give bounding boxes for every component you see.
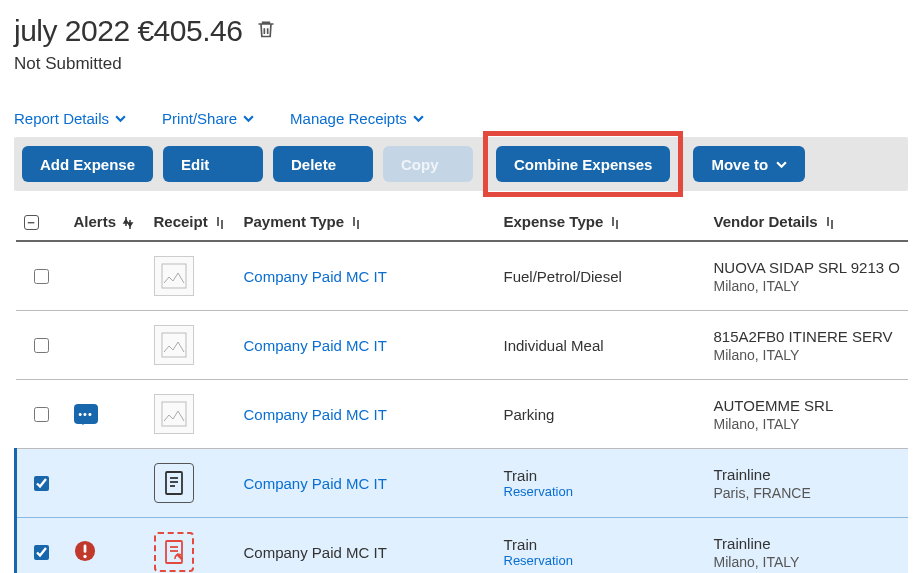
vendor-name: 815A2FB0 ITINERE SERV (714, 328, 901, 345)
report-status: Not Submitted (14, 54, 908, 74)
receipt-thumbnail[interactable] (154, 394, 194, 434)
print-share-link[interactable]: Print/Share (162, 110, 254, 127)
vendor-location: Milano, ITALY (714, 347, 901, 363)
report-details-link[interactable]: Report Details (14, 110, 126, 127)
collapse-all-toggle[interactable]: − (24, 215, 39, 230)
comment-alert-icon[interactable]: ••• (74, 404, 98, 424)
svg-rect-2 (162, 402, 186, 426)
vendor-name: Trainline (714, 466, 901, 483)
delete-report-icon[interactable] (256, 18, 276, 44)
payment-type-value: Company Paid MC IT (244, 544, 387, 561)
add-expense-button[interactable]: Add Expense (22, 146, 153, 182)
column-select: − (16, 203, 66, 241)
report-header: july 2022 €405.46 (14, 14, 908, 48)
payment-type-value[interactable]: Company Paid MC IT (244, 337, 387, 354)
svg-rect-0 (162, 264, 186, 288)
column-payment-type[interactable]: Payment Type (236, 203, 496, 241)
vendor-name: AUTOEMME SRL (714, 397, 901, 414)
receipt-thumbnail[interactable] (154, 256, 194, 296)
move-to-button[interactable]: Move to (693, 146, 805, 182)
payment-type-value[interactable]: Company Paid MC IT (244, 268, 387, 285)
combine-expenses-button[interactable]: Combine Expenses (496, 146, 670, 182)
expense-subtype-link[interactable]: Reservation (504, 553, 698, 568)
vendor-location: Paris, FRANCE (714, 485, 901, 501)
chevron-down-icon (243, 113, 254, 124)
payment-type-value[interactable]: Company Paid MC IT (244, 406, 387, 423)
link-row: Report Details Print/Share Manage Receip… (14, 110, 908, 127)
svg-rect-1 (162, 333, 186, 357)
vendor-name: Trainline (714, 535, 901, 552)
row-checkbox[interactable] (34, 338, 49, 353)
svg-rect-3 (166, 472, 182, 494)
expense-subtype-link[interactable]: Reservation (504, 484, 698, 499)
highlight-annotation: Combine Expenses (483, 131, 683, 197)
table-row[interactable]: Company Paid MC ITTrainReservationTrainl… (16, 518, 909, 573)
chevron-down-icon (115, 113, 126, 124)
column-expense-type[interactable]: Expense Type (496, 203, 706, 241)
vendor-name: NUOVA SIDAP SRL 9213 O (714, 259, 901, 276)
column-receipt[interactable]: Receipt (146, 203, 236, 241)
expense-type-value: Train (504, 536, 698, 553)
expense-type-value: Parking (504, 406, 698, 423)
expense-type-value: Individual Meal (504, 337, 698, 354)
row-checkbox[interactable] (34, 476, 49, 491)
payment-type-value[interactable]: Company Paid MC IT (244, 475, 387, 492)
row-checkbox[interactable] (34, 545, 49, 560)
table-row[interactable]: Company Paid MC ITFuel/Petrol/DieselNUOV… (16, 241, 909, 311)
sort-icon (609, 216, 621, 230)
sort-icon (122, 216, 134, 230)
svg-rect-8 (83, 544, 86, 552)
table-row[interactable]: •••Company Paid MC ITParkingAUTOEMME SRL… (16, 380, 909, 449)
copy-button: Copy (383, 146, 473, 182)
sort-icon (214, 216, 226, 230)
table-row[interactable]: Company Paid MC ITTrainReservationTrainl… (16, 449, 909, 518)
vendor-location: Milano, ITALY (714, 278, 901, 294)
receipt-icon[interactable] (154, 463, 194, 503)
column-alerts[interactable]: Alerts (66, 203, 146, 241)
error-alert-icon[interactable] (74, 548, 96, 565)
edit-button[interactable]: Edit (163, 146, 263, 182)
vendor-location: Milano, ITALY (714, 416, 901, 432)
vendor-location: Milano, ITALY (714, 554, 901, 570)
delete-button[interactable]: Delete (273, 146, 373, 182)
chevron-down-icon (413, 113, 424, 124)
svg-point-9 (83, 554, 86, 557)
table-row[interactable]: Company Paid MC ITIndividual Meal815A2FB… (16, 311, 909, 380)
row-checkbox[interactable] (34, 269, 49, 284)
expense-type-value: Train (504, 467, 698, 484)
receipt-missing-icon[interactable] (154, 532, 194, 572)
chevron-down-icon (776, 159, 787, 170)
expense-type-value: Fuel/Petrol/Diesel (504, 268, 698, 285)
receipt-thumbnail[interactable] (154, 325, 194, 365)
sort-icon (824, 216, 836, 230)
action-toolbar: Add Expense Edit Delete Copy Combine Exp… (14, 137, 908, 191)
expense-table: − Alerts Receipt Payment Type Expense Ty… (14, 203, 908, 573)
manage-receipts-link[interactable]: Manage Receipts (290, 110, 424, 127)
column-vendor-details[interactable]: Vendor Details (706, 203, 909, 241)
svg-rect-10 (166, 541, 182, 563)
sort-icon (350, 216, 362, 230)
report-title: july 2022 €405.46 (14, 14, 242, 48)
row-checkbox[interactable] (34, 407, 49, 422)
